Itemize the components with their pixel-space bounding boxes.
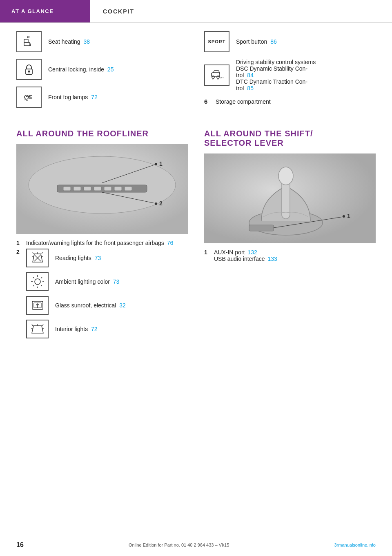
roofliner-svg: 1 2: [16, 144, 188, 234]
interior-lights-icon: [30, 322, 45, 336]
central-locking-row: Central locking, inside 25: [16, 59, 188, 80]
roofliner-image: 1 2: [16, 144, 188, 234]
svg-line-51: [32, 324, 33, 326]
svg-rect-23: [125, 187, 132, 191]
ambient-lighting-icon: [30, 274, 45, 289]
svg-line-46: [33, 285, 34, 286]
glass-sunroof-icon-box: [26, 296, 49, 315]
glass-sunroof-row: Glass sunroof, electrical 32: [26, 296, 126, 315]
dsc-sub1-cont: trol 84: [236, 72, 316, 78]
ambient-lighting-label: Ambient lighting color 73: [55, 278, 119, 285]
reading-lights-icon: [30, 251, 45, 265]
shifter-item1-text: AUX-IN port 132 USB audio interface 133: [214, 249, 277, 262]
dsc-row: OFF Driving stability control systems DS…: [204, 59, 376, 91]
front-fog-lamps-icon: [22, 90, 36, 105]
shifter-heading: ALL AROUND THE SHIFT/ SELECTOR LEVER: [204, 129, 376, 148]
svg-marker-50: [32, 326, 43, 333]
usb-audio-label: USB audio interface 133: [214, 256, 277, 262]
header-title: COCKPIT: [90, 0, 147, 22]
front-fog-lamps-label: Front fog lamps 72: [48, 94, 98, 100]
footer-center-text: Online Edition for Part no. 01 40 2 964 …: [129, 543, 229, 547]
page-footer: 16 Online Edition for Part no. 01 40 2 9…: [0, 541, 392, 549]
svg-point-28: [155, 202, 157, 205]
svg-point-4: [28, 71, 30, 73]
central-locking-label: Central locking, inside 25: [48, 66, 114, 73]
dsc-sub2-cont: trol 85: [236, 85, 316, 91]
svg-line-44: [41, 285, 42, 286]
svg-line-33: [42, 252, 42, 254]
dsc-icon: OFF: [209, 67, 225, 84]
top-section: Seat heating 38 Central locking, inside …: [16, 31, 376, 114]
svg-text:OFF: OFF: [220, 76, 224, 79]
dsc-icon-box: OFF: [204, 64, 229, 86]
svg-line-53: [42, 324, 43, 326]
top-left-column: Seat heating 38 Central locking, inside …: [16, 31, 188, 114]
svg-rect-17: [63, 187, 71, 191]
page-header: AT A GLANCE COCKPIT: [0, 0, 392, 23]
svg-point-12: [217, 76, 219, 78]
svg-line-43: [33, 277, 34, 278]
svg-rect-60: [249, 225, 274, 231]
seat-heating-icon-box: [16, 31, 42, 52]
roofliner-heading: ALL AROUND THE ROOFLINER: [16, 129, 188, 138]
svg-line-45: [41, 277, 42, 278]
sport-button-icon-box: SPORT: [204, 31, 229, 52]
shifter-svg: 1: [204, 153, 376, 243]
interior-lights-label: Interior lights 72: [55, 326, 98, 332]
shifter-column: ALL AROUND THE SHIFT/ SELECTOR LEVER: [204, 129, 376, 343]
shifter-item1-num: 1: [204, 249, 212, 256]
header-tab: AT A GLANCE: [0, 0, 90, 22]
ambient-lighting-icon-box: [26, 272, 49, 291]
dsc-labels: Driving stability control systems DSC Dy…: [236, 59, 316, 91]
svg-rect-18: [74, 187, 81, 191]
central-locking-icon: [22, 62, 36, 77]
svg-point-11: [212, 76, 214, 78]
svg-point-62: [343, 215, 345, 218]
reading-lights-row: Reading lights 73: [26, 249, 126, 267]
bottom-section: ALL AROUND THE ROOFLINER: [16, 129, 376, 343]
sport-button-row: SPORT Sport button 86: [204, 31, 376, 52]
roofliner-item2-group: 2: [16, 249, 188, 343]
glass-sunroof-icon: [30, 298, 45, 313]
interior-lights-row: Interior lights 72: [26, 320, 126, 338]
sport-label: SPORT: [208, 39, 226, 44]
sport-button-label: Sport button 86: [236, 38, 277, 45]
roofliner-item1-num: 1: [16, 240, 24, 246]
dsc-sub2: DTC Dynamic Traction Con-: [236, 78, 316, 85]
svg-line-31: [33, 252, 33, 254]
front-fog-lamps-icon-box: [16, 87, 42, 108]
svg-point-59: [278, 167, 293, 185]
dsc-sub1: DSC Dynamic Stability Con-: [236, 65, 316, 72]
svg-text:1: 1: [159, 160, 163, 167]
glass-sunroof-label: Glass sunroof, electrical 32: [55, 302, 126, 309]
shifter-image: 1: [204, 153, 376, 243]
central-locking-icon-box: [16, 59, 42, 80]
roofliner-item2-num: 2: [16, 249, 24, 255]
svg-rect-22: [114, 187, 122, 191]
svg-text:2: 2: [159, 200, 163, 207]
roofliner-column: ALL AROUND THE ROOFLINER: [16, 129, 188, 343]
dsc-main-label: Driving stability control systems: [236, 59, 316, 65]
svg-point-38: [35, 279, 40, 285]
svg-rect-19: [84, 187, 91, 191]
svg-rect-21: [104, 187, 111, 191]
footer-page-num: 16: [16, 541, 24, 549]
roofliner-item2-subitems: Reading lights 73: [26, 249, 126, 343]
storage-compartment-row: 6 Storage compartment: [204, 98, 376, 105]
seat-heating-icon: [22, 34, 36, 49]
roofliner-item1-text: Indicator/warning lights for the front p…: [26, 240, 173, 246]
svg-point-6: [24, 95, 29, 99]
footer-brand: 3rmanualsonline.info: [334, 543, 376, 547]
storage-label: Storage compartment: [216, 98, 271, 105]
interior-lights-icon-box: [26, 320, 49, 338]
ambient-lighting-row: Ambient lighting color 73: [26, 272, 126, 291]
tab-label: AT A GLANCE: [11, 8, 53, 14]
svg-rect-20: [94, 187, 101, 191]
dsc-svg: OFF: [209, 67, 225, 82]
reading-lights-label: Reading lights 73: [55, 255, 101, 261]
seat-heating-label: Seat heating 38: [48, 38, 90, 45]
page-title: COCKPIT: [103, 8, 134, 15]
top-right-column: SPORT Sport button 86: [204, 31, 376, 114]
svg-text:1: 1: [347, 213, 350, 219]
main-content: Seat heating 38 Central locking, inside …: [0, 23, 392, 360]
